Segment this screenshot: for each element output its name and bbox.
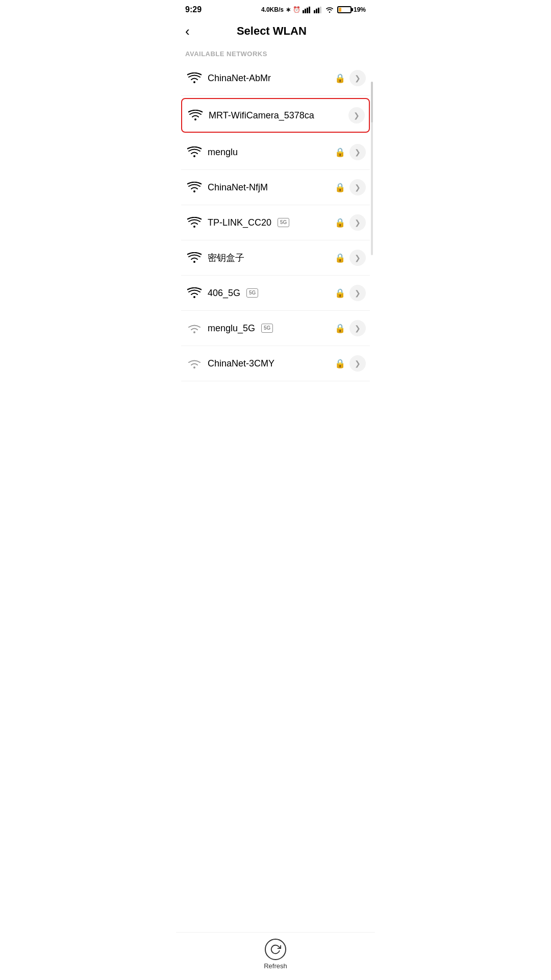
wifi-signal-icon (187, 182, 202, 193)
chevron-right-icon[interactable]: ❯ (348, 107, 365, 124)
signal-icon-2 (314, 6, 323, 13)
chevron-right-icon[interactable]: ❯ (349, 250, 366, 266)
network-actions: 🔒❯ (335, 144, 366, 160)
bottom-bar: Refresh (176, 932, 375, 980)
header: ‹ Select WLAN (176, 17, 375, 46)
network-name: ChinaNet-NfjM (208, 182, 335, 193)
network-item-mrt-wificamera[interactable]: MRT-WifiCamera_5378ca❯ (181, 98, 370, 133)
network-item-406-5g[interactable]: 406_5G5G🔒❯ (181, 276, 370, 311)
svg-rect-5 (316, 9, 317, 13)
page-title: Select WLAN (195, 24, 348, 38)
status-icons: 4.0KB/s ∗ ⏰ (261, 6, 366, 13)
section-label: AVAILABLE NETWORKS (176, 46, 375, 61)
lock-icon: 🔒 (335, 288, 345, 299)
refresh-label: Refresh (264, 962, 287, 970)
status-bar: 9:29 4.0KB/s ∗ ⏰ (176, 0, 375, 17)
refresh-icon (270, 944, 281, 955)
wifi-signal-icon (187, 217, 202, 228)
5g-badge: 5G (278, 218, 289, 227)
lock-icon: 🔒 (335, 217, 345, 228)
network-item-tp-link-cc20[interactable]: TP-LINK_CC205G🔒❯ (181, 205, 370, 240)
network-name: ChinaNet-AbMr (208, 73, 335, 84)
wifi-signal-icon (187, 358, 202, 369)
svg-point-9 (194, 118, 196, 120)
wifi-icon (185, 146, 204, 158)
wifi-icon (185, 287, 204, 299)
5g-badge: 5G (261, 324, 273, 333)
network-item-chinanet-nfjm[interactable]: ChinaNet-NfjM🔒❯ (181, 170, 370, 205)
svg-point-15 (193, 331, 195, 333)
network-actions: 🔒❯ (335, 320, 366, 336)
speed-indicator: 4.0KB/s (261, 6, 284, 13)
network-actions: 🔒❯ (335, 214, 366, 231)
svg-rect-2 (307, 8, 308, 13)
bluetooth-icon: ∗ (286, 6, 291, 13)
status-time: 9:29 (185, 5, 202, 14)
network-name: menglu_5G5G (208, 323, 335, 334)
chevron-right-icon[interactable]: ❯ (349, 214, 366, 231)
wifi-status-icon (325, 6, 334, 13)
wifi-icon (185, 358, 204, 369)
svg-rect-6 (318, 8, 319, 13)
chevron-right-icon[interactable]: ❯ (349, 144, 366, 160)
svg-point-16 (193, 366, 195, 369)
chevron-right-icon[interactable]: ❯ (349, 285, 366, 301)
wifi-icon (185, 182, 204, 193)
lock-icon: 🔒 (335, 147, 345, 158)
svg-rect-3 (309, 7, 310, 13)
svg-point-11 (193, 190, 195, 192)
lock-icon: 🔒 (335, 323, 345, 334)
chevron-right-icon[interactable]: ❯ (349, 355, 366, 372)
network-item-menglu-5g[interactable]: menglu_5G5G🔒❯ (181, 311, 370, 346)
wifi-icon (185, 323, 204, 334)
network-actions: 🔒❯ (335, 355, 366, 372)
svg-point-8 (193, 81, 195, 83)
svg-point-10 (193, 155, 195, 157)
scroll-track[interactable] (371, 82, 373, 255)
alarm-icon: ⏰ (293, 6, 300, 13)
battery-percent: 19% (354, 6, 366, 13)
svg-rect-1 (305, 9, 306, 13)
svg-rect-0 (303, 10, 304, 13)
network-name: menglu (208, 147, 335, 158)
network-name: 密钥盒子 (208, 252, 335, 264)
5g-badge: 5G (246, 288, 258, 298)
network-actions: 🔒❯ (335, 179, 366, 195)
chevron-right-icon[interactable]: ❯ (349, 320, 366, 336)
network-name: TP-LINK_CC205G (208, 217, 335, 228)
lock-icon: 🔒 (335, 182, 345, 193)
network-item-chinanet-abmr[interactable]: ChinaNet-AbMr🔒❯ (181, 61, 370, 96)
network-list: ChinaNet-AbMr🔒❯ MRT-WifiCamera_5378ca❯ m… (176, 61, 375, 381)
network-item-mikey-box[interactable]: 密钥盒子🔒❯ (181, 240, 370, 276)
network-actions: ❯ (348, 107, 365, 124)
wifi-signal-icon (187, 323, 202, 334)
scroll-thumb[interactable] (371, 82, 373, 122)
wifi-icon (185, 72, 204, 84)
battery-icon (337, 6, 352, 13)
network-name: ChinaNet-3CMY (208, 358, 335, 369)
lock-icon: 🔒 (335, 73, 345, 84)
wifi-signal-icon (187, 252, 202, 263)
svg-point-12 (193, 226, 195, 228)
refresh-button[interactable] (265, 939, 286, 960)
wifi-signal-icon (187, 287, 202, 299)
lock-icon: 🔒 (335, 253, 345, 263)
back-button[interactable]: ‹ (185, 22, 195, 40)
network-actions: 🔒❯ (335, 250, 366, 266)
wifi-icon (185, 217, 204, 228)
network-actions: 🔒❯ (335, 285, 366, 301)
wifi-signal-icon (187, 146, 202, 158)
chevron-right-icon[interactable]: ❯ (349, 70, 366, 86)
wifi-signal-icon (188, 110, 203, 121)
network-item-chinanet-3cmy[interactable]: ChinaNet-3CMY🔒❯ (181, 346, 370, 381)
svg-rect-4 (314, 10, 315, 13)
network-item-menglu[interactable]: menglu🔒❯ (181, 135, 370, 170)
network-name: 406_5G5G (208, 288, 335, 299)
signal-icon (303, 6, 312, 13)
wifi-icon (186, 110, 205, 121)
chevron-right-icon[interactable]: ❯ (349, 179, 366, 195)
wifi-signal-icon (187, 72, 202, 84)
lock-icon: 🔒 (335, 358, 345, 369)
svg-rect-7 (320, 7, 321, 13)
svg-point-13 (193, 261, 195, 263)
